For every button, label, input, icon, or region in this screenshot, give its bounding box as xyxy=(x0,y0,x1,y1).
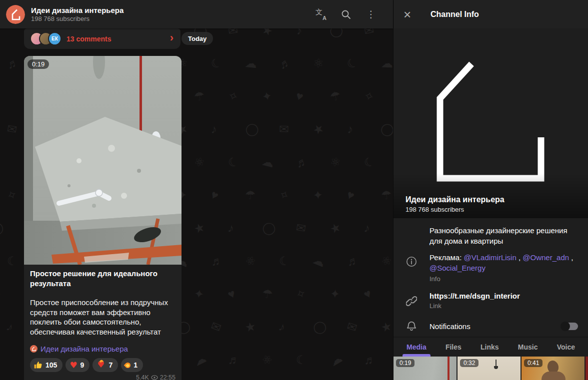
media-thumbnail-partial[interactable] xyxy=(586,357,588,380)
link-caption: Link xyxy=(430,302,580,310)
info-row: Разнообразные дизайнерские решения для д… xyxy=(394,225,588,283)
post-time: 22:55 xyxy=(160,374,176,380)
post-signature[interactable]: Идеи дизайна интерьера xyxy=(30,345,176,353)
link-icon xyxy=(394,296,430,310)
shared-media-tabs: Media Files Links Music Voice xyxy=(394,338,588,357)
date-badge[interactable]: Today xyxy=(182,32,213,45)
translate-icon[interactable]: 文 A xyxy=(315,8,327,20)
notifications-label: Notifications xyxy=(430,322,561,331)
chevron-right-icon: › xyxy=(170,33,174,43)
signature-channel-link[interactable]: Идеи дизайна интерьера xyxy=(40,345,128,353)
views-eye-icon xyxy=(151,375,158,380)
panel-channel-name: Идеи дизайна интерьера xyxy=(406,195,504,204)
reactions-row: 105 ♥ 9 ♥ 7 xyxy=(30,358,176,372)
channel-logo-icon xyxy=(6,5,25,24)
reaction-heart-on-fire[interactable]: ♥ 7 xyxy=(92,358,118,372)
views-count: 5.4K xyxy=(136,374,149,380)
ad-link-1[interactable]: @VLadimirLisin xyxy=(464,253,516,262)
post-body: Простое приспособление из подручных сред… xyxy=(30,298,176,337)
reaction-thumbs-up[interactable]: 105 xyxy=(30,358,62,372)
tab-media[interactable]: Media xyxy=(406,338,426,357)
channel-photo[interactable]: Идеи дизайна интерьера 198 768 subscribe… xyxy=(394,28,588,218)
video-thumbnail xyxy=(24,56,182,265)
close-icon[interactable]: × xyxy=(404,8,418,20)
chat-column: Идеи дизайна интерьера 198 768 subscribe… xyxy=(0,0,393,380)
tab-files[interactable]: Files xyxy=(446,338,462,357)
thumbs-up-icon xyxy=(34,361,42,370)
ad-link-2[interactable]: @Owner_adn xyxy=(522,253,569,262)
chat-header-actions: 文 A ⋮ xyxy=(315,8,377,20)
channel-mini-logo-icon xyxy=(30,345,38,353)
media-thumbnail[interactable]: 0:19 xyxy=(394,357,456,380)
channel-avatar[interactable] xyxy=(6,5,25,24)
media-duration-badge: 0:41 xyxy=(524,359,542,367)
channel-link-url[interactable]: https://t.me/dsgn_interior xyxy=(430,292,580,300)
telegram-app: Идеи дизайна интерьера 198 768 subscribe… xyxy=(0,0,588,380)
notifications-row[interactable]: Notifications xyxy=(394,321,588,332)
tab-links[interactable]: Links xyxy=(480,338,499,357)
media-duration-badge: 0:32 xyxy=(460,359,478,367)
menu-kebab-icon[interactable]: ⋮ xyxy=(365,8,377,20)
panel-subscribers: 198 768 subscribers xyxy=(406,206,464,213)
fire-icon xyxy=(124,361,132,369)
chat-subscribers: 198 768 subscribers xyxy=(31,15,315,23)
search-icon[interactable] xyxy=(340,8,352,20)
comments-bar[interactable]: ЕК 13 comments › xyxy=(24,28,180,49)
panel-rows: Разнообразные дизайнерские решения для д… xyxy=(394,218,588,332)
panel-header: × Channel Info xyxy=(394,0,588,28)
post-meta: 5.4K 22:55 xyxy=(30,374,176,380)
notifications-toggle[interactable] xyxy=(561,323,578,330)
link-row[interactable]: https://t.me/dsgn_interior Link xyxy=(394,292,588,310)
chat-title: Идеи дизайна интерьера xyxy=(31,5,315,15)
media-thumbnail[interactable]: 0:32 xyxy=(458,357,520,380)
post-video[interactable]: 0:19 xyxy=(24,56,182,265)
reaction-heart[interactable]: ♥ 9 xyxy=(66,358,90,372)
commenter-avatars: ЕК xyxy=(30,32,62,45)
ad-link-3[interactable]: @Social_Energy xyxy=(430,264,486,272)
media-duration-badge: 0:19 xyxy=(396,359,414,367)
chat-area: ★♪◯✉★♪◯✉★♪◯✉♬⚛☾☁♬⚛☾☁♬⚛☾☁✦♥☂✧✦♥☂✧✦♥☂✧✉★♪◯… xyxy=(0,28,393,380)
channel-info-panel: × Channel Info Идеи дизайна интерьера 19… xyxy=(393,0,588,380)
chat-header-info[interactable]: Идеи дизайна интерьера 198 768 subscribe… xyxy=(31,5,315,23)
reaction-fire[interactable]: 1 xyxy=(121,358,143,372)
post-caption: Простое решение для идеального результат… xyxy=(24,265,182,380)
post-title: Простое решение для идеального результат… xyxy=(30,269,176,289)
tab-music[interactable]: Music xyxy=(518,338,538,357)
media-thumbnail[interactable]: 0:41 xyxy=(522,357,584,380)
media-grid: 0:19 0:32 0:41 xyxy=(394,357,588,380)
panel-title: Channel Info xyxy=(430,10,479,19)
channel-description: Разнообразные дизайнерские решения для д… xyxy=(430,225,580,246)
video-duration-badge: 0:19 xyxy=(28,59,49,69)
info-caption: Info xyxy=(430,275,580,283)
bell-icon xyxy=(394,321,430,332)
heart-on-fire-icon: ♥ xyxy=(96,361,106,370)
tab-voice[interactable]: Voice xyxy=(557,338,575,357)
channel-ad-line: Реклама: @VLadimirLisin , @Owner_adn ,@S… xyxy=(430,252,580,273)
post-bubble: 0:19 Простое решение для идеального резу… xyxy=(24,56,182,380)
info-icon xyxy=(394,256,430,283)
heart-icon: ♥ xyxy=(70,361,77,370)
commenter-avatar: ЕК xyxy=(48,32,62,45)
comments-count-label: 13 comments xyxy=(66,35,170,43)
chat-header: Идеи дизайна интерьера 198 768 subscribe… xyxy=(0,0,393,28)
